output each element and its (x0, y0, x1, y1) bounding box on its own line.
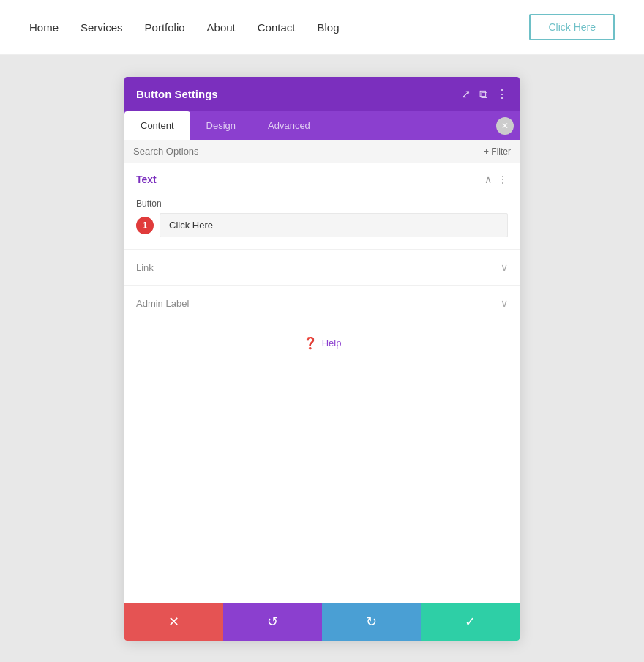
close-panel-button[interactable]: ✕ (496, 117, 514, 135)
admin-label-header[interactable]: Admin Label ∨ (124, 286, 520, 321)
copy-icon[interactable]: ⧉ (479, 88, 487, 101)
redo-button[interactable]: ↻ (322, 603, 421, 641)
page-body: Button Settings ⤢ ⧉ ⋮ Content Design Adv… (0, 55, 644, 662)
text-section-controls: ∧ ⋮ (484, 174, 508, 185)
panel-header: Button Settings ⤢ ⧉ ⋮ (124, 77, 520, 111)
link-section-header[interactable]: Link ∨ (124, 250, 520, 285)
help-text[interactable]: Help (322, 338, 342, 349)
undo-button[interactable]: ↺ (223, 603, 322, 641)
tab-advanced[interactable]: Advanced (252, 111, 326, 140)
admin-label-section: Admin Label ∨ (124, 286, 520, 321)
panel-header-icons: ⤢ ⧉ ⋮ (461, 87, 508, 101)
help-icon: ❓ (303, 336, 318, 350)
admin-label-chevron-icon: ∨ (501, 297, 508, 309)
button-field-row: 1 (136, 213, 508, 237)
nav-link-services[interactable]: Services (80, 21, 123, 34)
save-button[interactable]: ✓ (421, 603, 520, 641)
collapse-icon[interactable]: ∧ (484, 174, 492, 185)
link-section: Link ∨ (124, 250, 520, 286)
text-more-icon[interactable]: ⋮ (498, 174, 508, 185)
nav-links: Home Services Portfolio About Contact Bl… (29, 21, 340, 34)
filter-button[interactable]: + Filter (484, 146, 511, 157)
nav-link-contact[interactable]: Contact (258, 21, 296, 34)
tab-content[interactable]: Content (124, 111, 190, 140)
panel-footer: ✕ ↺ ↻ ✓ (124, 603, 520, 641)
nav-link-blog[interactable]: Blog (317, 21, 339, 34)
nav-link-home[interactable]: Home (29, 21, 59, 34)
tab-design[interactable]: Design (190, 111, 252, 140)
panel-content: Text ∧ ⋮ Button 1 Link (124, 163, 520, 603)
text-section-title: Text (136, 174, 157, 185)
search-bar: + Filter (124, 140, 520, 163)
panel-title: Button Settings (136, 88, 218, 100)
button-field-label: Button (136, 198, 508, 209)
expand-icon[interactable]: ⤢ (461, 87, 471, 101)
field-number-badge: 1 (136, 217, 154, 234)
nav-click-here-button[interactable]: Click Here (529, 14, 615, 40)
link-chevron-icon: ∨ (501, 261, 508, 273)
nav-link-portfolio[interactable]: Portfolio (145, 21, 185, 34)
more-icon[interactable]: ⋮ (496, 87, 508, 101)
panel-tabs: Content Design Advanced ✕ (124, 111, 520, 140)
nav-link-about[interactable]: About (207, 21, 236, 34)
text-field-group: Button 1 (124, 196, 520, 249)
help-section: ❓ Help (124, 321, 520, 365)
search-input[interactable] (133, 146, 484, 157)
text-section: Text ∧ ⋮ Button 1 (124, 163, 520, 250)
top-nav: Home Services Portfolio About Contact Bl… (0, 0, 644, 55)
button-text-input[interactable] (160, 213, 508, 237)
link-label: Link (136, 262, 154, 273)
settings-panel: Button Settings ⤢ ⧉ ⋮ Content Design Adv… (124, 77, 520, 641)
cancel-button[interactable]: ✕ (124, 603, 223, 641)
text-section-header: Text ∧ ⋮ (124, 163, 520, 196)
admin-label-text: Admin Label (136, 298, 189, 309)
